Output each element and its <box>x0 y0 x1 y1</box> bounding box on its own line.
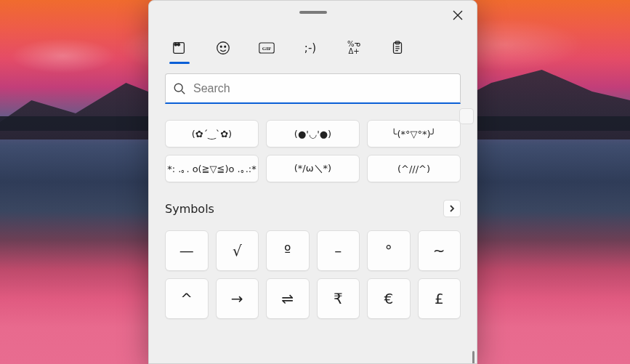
clipboard-icon <box>389 40 405 56</box>
symbol-item[interactable]: ₹ <box>317 278 360 319</box>
close-button[interactable] <box>449 7 467 24</box>
symbol-item[interactable]: º <box>266 230 310 271</box>
symbol-item[interactable]: £ <box>418 278 461 319</box>
search-input[interactable] <box>193 82 453 95</box>
drag-handle[interactable] <box>299 11 327 14</box>
tab-gif[interactable]: GIF <box>255 33 278 62</box>
tab-symbols[interactable]: %ᓀΔ+ <box>342 33 366 62</box>
svg-point-1 <box>217 42 230 54</box>
scrollbar-thumb[interactable] <box>472 351 474 363</box>
symbol-item[interactable]: — <box>165 230 209 271</box>
symbol-item[interactable]: ~ <box>418 230 461 271</box>
kaomoji-item[interactable]: ╰(*°▽°*)╯ <box>367 120 461 147</box>
symbol-item[interactable]: √ <box>216 230 259 271</box>
symbols-heading: Symbols <box>165 202 214 216</box>
tab-recent[interactable] <box>168 33 191 62</box>
symbol-item[interactable]: € <box>367 278 411 319</box>
results-scroll-area: (✿´‿`✿) (●'◡'●) ╰(*°▽°*)╯ *: .｡. o(≧▽≦)o… <box>149 104 477 363</box>
panel-titlebar <box>149 1 477 27</box>
symbols-section-header: Symbols <box>165 200 461 217</box>
tab-kaomoji[interactable]: ;-) <box>299 33 322 62</box>
emoji-icon <box>215 40 231 56</box>
tab-emoji[interactable] <box>211 33 235 62</box>
search-field[interactable] <box>165 73 461 104</box>
emoji-panel: GIF ;-) %ᓀΔ+ (✿´‿`✿) (●'◡'●) ╰(*°▽°*)╯ *… <box>148 0 477 364</box>
svg-point-8 <box>174 84 182 92</box>
svg-text:GIF: GIF <box>262 46 272 52</box>
recent-icon <box>171 40 187 56</box>
symbols-more-button[interactable] <box>443 200 461 217</box>
gif-icon: GIF <box>259 40 275 56</box>
kaomoji-item[interactable]: (✿´‿`✿) <box>165 120 259 147</box>
symbol-item[interactable]: → <box>216 278 259 319</box>
symbols-grid: — √ º – ° ~ ^ → ⇌ ₹ € £ <box>165 230 461 319</box>
kaomoji-item[interactable]: (●'◡'●) <box>266 120 360 147</box>
symbol-item[interactable]: ^ <box>165 278 209 319</box>
symbol-item[interactable]: – <box>317 230 360 271</box>
svg-point-3 <box>225 46 226 47</box>
close-icon <box>453 10 463 20</box>
kaomoji-item[interactable]: *: .｡. o(≧▽≦)o .｡.:* <box>165 155 259 182</box>
kaomoji-icon: ;-) <box>304 41 316 54</box>
search-icon <box>173 82 186 95</box>
symbol-item[interactable]: ⇌ <box>266 278 310 319</box>
symbol-item[interactable]: ° <box>367 230 411 271</box>
symbols-icon: %ᓀΔ+ <box>347 41 360 55</box>
partial-row-peek <box>459 108 474 124</box>
category-tabs: GIF ;-) %ᓀΔ+ <box>149 27 477 63</box>
kaomoji-item[interactable]: (^///^) <box>367 155 461 182</box>
kaomoji-grid: (✿´‿`✿) (●'◡'●) ╰(*°▽°*)╯ *: .｡. o(≧▽≦)o… <box>165 120 461 182</box>
svg-point-2 <box>220 46 222 47</box>
kaomoji-item[interactable]: (*/ω＼*) <box>266 155 360 182</box>
chevron-right-icon <box>448 205 456 212</box>
tab-clipboard[interactable] <box>386 33 409 62</box>
